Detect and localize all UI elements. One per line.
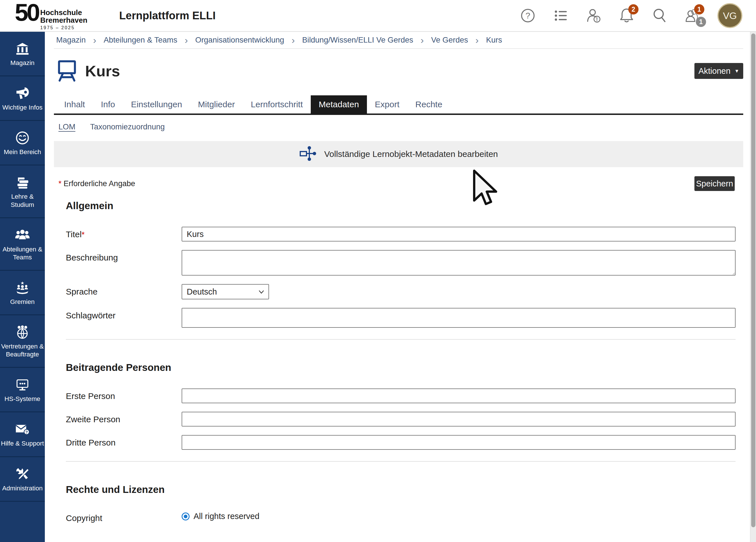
top-header: 50 Hochschule Bremerhaven 1975 – 2025 Le… <box>0 0 756 32</box>
caret-down-icon: ▼ <box>734 69 739 73</box>
user-status-icon[interactable]: ! <box>586 7 602 24</box>
sprache-select[interactable]: Deutsch <box>182 284 269 299</box>
app-title: Lernplattform ELLI <box>119 10 216 22</box>
svg-text:!: ! <box>596 16 598 22</box>
sidebar-item-vertretungen-beauftragte[interactable]: Vertretungen & Beauftragte <box>0 315 45 368</box>
section-heading-allgemein: Allgemein <box>66 200 736 211</box>
menu-list-icon[interactable] <box>553 7 569 24</box>
sidebar-item-gremien[interactable]: Gremien <box>0 271 45 315</box>
subtab-taxonomiezuordnung[interactable]: Taxonomiezuordnung <box>90 122 165 131</box>
zweite-person-label: Zweite Person <box>66 412 182 424</box>
sidebar-item-hilfe-support[interactable]: ? Hilfe & Support <box>0 412 45 457</box>
form-row-schlagwoerter: Schlagwörter <box>66 308 736 328</box>
books-icon <box>15 176 30 189</box>
beschreibung-textarea[interactable] <box>182 250 736 276</box>
beschreibung-label: Beschreibung <box>66 250 182 262</box>
save-button[interactable]: Speichern <box>694 176 735 191</box>
breadcrumb-link[interactable]: Bildung/Wissen/ELLI Ve Gerdes <box>302 35 413 45</box>
form-row-copyright: Copyright All rights reserved <box>66 511 736 523</box>
chevron-right-icon: › <box>93 35 96 45</box>
actions-button[interactable]: Aktionen ▼ <box>694 63 743 79</box>
tab-mitglieder[interactable]: Mitglieder <box>190 95 243 114</box>
tools-icon <box>15 467 30 481</box>
erste-person-input[interactable] <box>182 388 736 403</box>
search-icon[interactable] <box>652 7 667 24</box>
section-heading-beitragende-personen: Beitragende Personen <box>66 362 736 373</box>
edit-full-metadata-banner[interactable]: Vollständige Lernobjekt-Metadaten bearbe… <box>54 141 743 167</box>
sidebar-item-hs-systeme[interactable]: HS-Systeme <box>0 368 45 412</box>
page-title: Kurs <box>85 62 120 80</box>
scrollbar-thumb[interactable] <box>751 33 755 527</box>
main-sidebar: Magazin Wichtige Infos Mein Bereich Lehr… <box>0 32 45 542</box>
banner-label: Vollständige Lernobjekt-Metadaten bearbe… <box>324 149 498 159</box>
help-icon[interactable]: ? <box>520 7 536 24</box>
sprache-label: Sprache <box>66 284 182 297</box>
tab-info[interactable]: Info <box>93 95 123 114</box>
globe-people-icon <box>15 325 30 339</box>
form-row-beschreibung: Beschreibung <box>66 250 736 276</box>
tab-bar: Inhalt Info Einstellungen Mitglieder Ler… <box>54 95 743 115</box>
titel-input[interactable] <box>182 227 736 241</box>
avatar[interactable]: VG <box>717 3 742 28</box>
copyright-label: Copyright <box>66 511 182 523</box>
metadata-form: Allgemein Titel* Beschreibung Sprache De… <box>54 191 743 523</box>
bank-icon <box>15 42 30 56</box>
breadcrumb-link[interactable]: Organisationsentwicklung <box>195 35 284 45</box>
content-area: Magazin › Abteilungen & Teams › Organisa… <box>45 32 756 542</box>
dritte-person-label: Dritte Person <box>66 435 182 448</box>
contacts-icon[interactable]: 1 1 <box>684 7 700 24</box>
sidebar-item-wichtige-infos[interactable]: Wichtige Infos <box>0 76 45 121</box>
contacts-badge-count: 1 <box>696 17 706 27</box>
tab-einstellungen[interactable]: Einstellungen <box>123 95 190 114</box>
notification-bell-icon[interactable]: 2 <box>619 7 635 24</box>
titel-label: Titel* <box>66 227 182 239</box>
schlagwoerter-input[interactable] <box>182 308 736 328</box>
tab-inhalt[interactable]: Inhalt <box>56 95 93 114</box>
course-easel-icon <box>56 59 78 83</box>
breadcrumb-current[interactable]: Kurs <box>486 35 502 45</box>
dritte-person-input[interactable] <box>182 435 736 450</box>
form-row-titel: Titel* <box>66 227 736 241</box>
logo-50-mark: 50 <box>15 1 39 24</box>
university-logo[interactable]: 50 Hochschule Bremerhaven 1975 – 2025 <box>15 1 87 31</box>
zweite-person-input[interactable] <box>182 412 736 427</box>
sidebar-item-lehre-studium[interactable]: Lehre & Studium <box>0 165 45 218</box>
form-row-sprache: Sprache Deutsch <box>66 284 736 299</box>
sidebar-item-mein-bereich[interactable]: Mein Bereich <box>0 121 45 165</box>
committee-icon <box>15 281 30 295</box>
svg-text:?: ? <box>26 430 28 434</box>
vertical-scrollbar <box>750 32 756 542</box>
logo-text: Hochschule Bremerhaven 1975 – 2025 <box>40 1 87 31</box>
copyright-radio-all-rights-reserved[interactable] <box>182 512 190 520</box>
breadcrumb-link[interactable]: Magazin <box>56 35 86 45</box>
breadcrumb: Magazin › Abteilungen & Teams › Organisa… <box>54 32 743 49</box>
required-hint: * Erforderliche Angabe <box>58 179 135 188</box>
people-group-icon <box>15 228 30 242</box>
copyright-radio-label: All rights reserved <box>194 512 259 521</box>
section-divider <box>66 339 736 340</box>
tab-export[interactable]: Export <box>367 95 408 114</box>
subtab-lom[interactable]: LOM <box>58 122 75 131</box>
breadcrumb-link[interactable]: Ve Gerdes <box>431 35 468 45</box>
section-heading-rechte-lizenzen: Rechte und Lizenzen <box>66 484 736 495</box>
sidebar-item-abteilungen-teams[interactable]: Abteilungen & Teams <box>0 218 45 271</box>
breadcrumb-link[interactable]: Abteilungen & Teams <box>104 35 177 45</box>
metadata-nodes-icon <box>299 145 317 163</box>
sidebar-item-administration[interactable]: Administration <box>0 457 45 502</box>
chevron-right-icon: › <box>475 35 478 45</box>
form-row-zweite-person: Zweite Person <box>66 412 736 427</box>
section-divider <box>66 461 736 462</box>
schlagwoerter-label: Schlagwörter <box>66 308 182 320</box>
notification-badge: 2 <box>628 4 639 14</box>
smiley-icon <box>15 131 30 145</box>
header-icon-bar: ? ! 2 1 1 VG <box>520 3 742 28</box>
tab-metadaten[interactable]: Metadaten <box>311 95 367 114</box>
sidebar-item-magazin[interactable]: Magazin <box>0 32 45 76</box>
tab-rechte[interactable]: Rechte <box>408 95 450 114</box>
erste-person-label: Erste Person <box>66 388 182 401</box>
monitor-icon <box>15 378 30 392</box>
chevron-right-icon: › <box>185 35 188 45</box>
chevron-right-icon: › <box>421 35 424 45</box>
chevron-right-icon: › <box>291 35 295 45</box>
tab-lernfortschritt[interactable]: Lernfortschritt <box>243 95 311 114</box>
